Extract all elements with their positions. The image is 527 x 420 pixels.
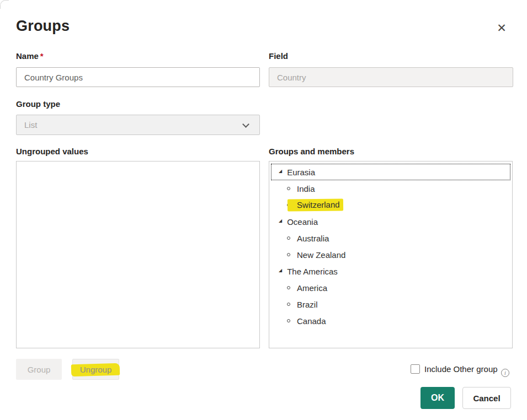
tree-group-label: The Americas bbox=[287, 267, 338, 276]
tree-member-label: Australia bbox=[297, 234, 329, 243]
dialog-corner bbox=[0, 0, 9, 9]
page-title: Groups bbox=[16, 18, 70, 35]
include-other-group-label: Include Other group bbox=[424, 364, 498, 374]
tree-member-row[interactable]: Brazil bbox=[271, 296, 510, 313]
tree-group-label: Eurasia bbox=[287, 168, 315, 177]
info-icon[interactable]: i bbox=[501, 369, 509, 377]
member-bullet-icon bbox=[287, 319, 290, 322]
expanded-triangle-icon[interactable]: ◢ bbox=[279, 268, 282, 273]
close-icon[interactable]: ✕ bbox=[493, 20, 510, 36]
tree-group-row[interactable]: ◢Oceania bbox=[271, 213, 510, 230]
tree-member-label: Brazil bbox=[297, 300, 318, 309]
ok-button[interactable]: OK bbox=[420, 387, 455, 409]
tree-member-label: Switzerland bbox=[288, 198, 343, 211]
tree-group-row[interactable]: ◢Eurasia bbox=[271, 164, 510, 180]
group-type-select[interactable]: List bbox=[16, 115, 260, 135]
name-input[interactable]: Country Groups bbox=[16, 67, 260, 87]
groups-dialog: Groups ✕ Name* Country Groups Field Coun… bbox=[0, 0, 527, 420]
required-asterisk: * bbox=[40, 51, 44, 61]
tree-member-label: America bbox=[297, 283, 327, 293]
groups-members-label: Groups and members bbox=[269, 147, 354, 156]
include-other-group-checkbox[interactable] bbox=[411, 364, 420, 374]
name-label: Name* bbox=[16, 51, 44, 61]
tree-group-row[interactable]: ◢The Americas bbox=[271, 263, 510, 279]
member-bullet-icon bbox=[287, 303, 290, 306]
tree-member-row[interactable]: Canada bbox=[271, 313, 510, 329]
tree-member-row[interactable]: India bbox=[271, 180, 510, 197]
cancel-button[interactable]: Cancel bbox=[462, 387, 511, 409]
expanded-triangle-icon[interactable]: ◢ bbox=[279, 169, 282, 174]
tree-member-label: India bbox=[297, 184, 315, 193]
ungrouped-values-label: Ungrouped values bbox=[16, 147, 88, 156]
chevron-down-icon bbox=[242, 121, 249, 128]
tree-group-label: Oceania bbox=[287, 217, 318, 227]
tree-member-row[interactable]: Australia bbox=[271, 230, 510, 246]
tree-member-row[interactable]: Switzerland bbox=[271, 197, 510, 213]
expanded-triangle-icon[interactable]: ◢ bbox=[279, 219, 282, 223]
group-button[interactable]: Group bbox=[16, 359, 62, 380]
tree-member-label: New Zealand bbox=[297, 250, 345, 260]
ungroup-button[interactable]: Ungroup bbox=[72, 359, 119, 380]
field-label: Field bbox=[269, 51, 288, 61]
member-bullet-icon bbox=[287, 253, 290, 256]
field-input: Country bbox=[269, 67, 513, 87]
tree-member-label: Canada bbox=[297, 316, 326, 326]
member-bullet-icon bbox=[287, 187, 290, 190]
ungrouped-values-list[interactable] bbox=[16, 161, 260, 348]
member-bullet-icon bbox=[287, 236, 290, 240]
tree-member-row[interactable]: New Zealand bbox=[271, 246, 510, 263]
member-bullet-icon bbox=[287, 286, 290, 289]
tree-member-row[interactable]: America bbox=[271, 279, 510, 296]
group-type-label: Group type bbox=[16, 99, 60, 109]
groups-tree[interactable]: ◢EurasiaIndiaSwitzerland◢OceaniaAustrali… bbox=[269, 161, 513, 348]
